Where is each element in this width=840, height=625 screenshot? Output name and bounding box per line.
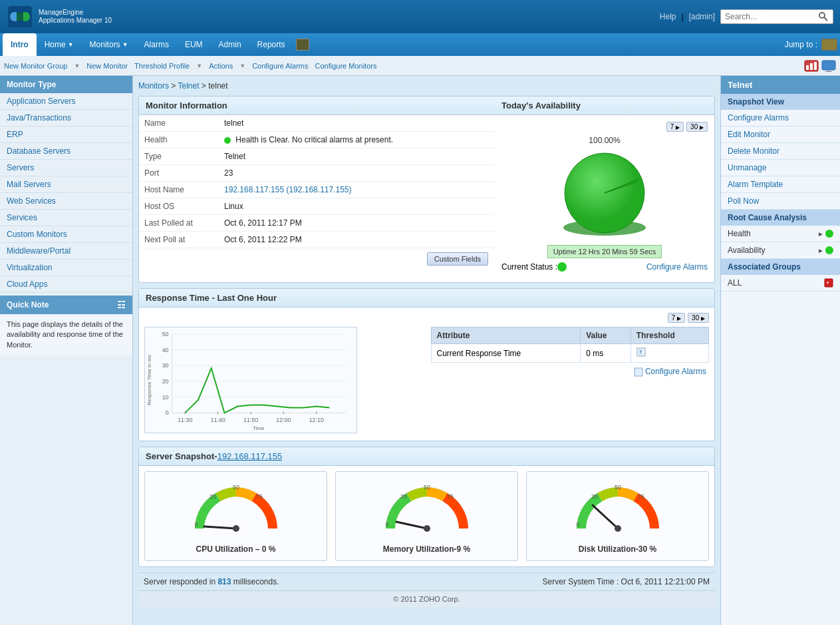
sidebar-item-virtualization[interactable]: Virtualization [0, 260, 132, 276]
svg-text:30: 30 [162, 362, 169, 369]
content-area: Monitors > Telnet > telnet Monitor Infor… [133, 76, 720, 625]
rca-availability-row: Availability ► [721, 242, 840, 259]
svg-point-46 [233, 525, 239, 532]
svg-text:+: + [826, 280, 829, 286]
toolbar-right [804, 60, 836, 72]
nav-admin[interactable]: Admin [211, 33, 249, 56]
sidebar-item-application-servers[interactable]: Application Servers [0, 93, 132, 110]
sidebar-item-database-servers[interactable]: Database Servers [0, 143, 132, 160]
svg-line-5 [824, 17, 827, 21]
right-panel-configure-alarms[interactable]: Configure Alarms [721, 110, 840, 126]
svg-rect-3 [17, 13, 23, 21]
table-row: Type Telnet [139, 148, 495, 165]
cpu-gauge-svg: 0 25 50 75 [190, 479, 283, 538]
right-panel-delete-monitor[interactable]: Delete Monitor [721, 143, 840, 160]
right-panel-poll-now[interactable]: Poll Now [721, 193, 840, 210]
nav-intro[interactable]: Intro [3, 33, 37, 56]
monitor-info-section: Monitor Information Name telnet Health H… [139, 97, 495, 282]
add-group-icon[interactable]: + [824, 278, 833, 288]
quick-note-header: Quick Note ☷ [0, 296, 132, 314]
right-panel-alarm-template[interactable]: Alarm Template [721, 176, 840, 193]
sidebar-item-mail-servers[interactable]: Mail Servers [0, 176, 132, 193]
svg-text:⇑: ⇑ [638, 349, 643, 355]
server-snapshot-ip-link[interactable]: 192.168.117.155 [217, 451, 283, 461]
logo-name: ManageEngine Applications Manager 10 [39, 9, 112, 25]
configure-monitors-btn[interactable]: Configure Monitors [315, 62, 377, 70]
chart-container: 0 10 20 30 40 50 11:30 11:40 11:50 12:00… [144, 327, 709, 435]
breadcrumb-telnet[interactable]: Telnet [178, 81, 199, 91]
response-30-btn[interactable]: 30 ▶ [688, 313, 709, 323]
svg-text:40: 40 [162, 347, 169, 353]
response-7-btn[interactable]: 7 ▶ [668, 313, 685, 323]
toolbar: New Monitor Group ▼ New Monitor Threshol… [0, 56, 840, 76]
attr-name: Current Response Time [431, 344, 581, 363]
pie-chart [558, 148, 651, 241]
table-row: Health Health is Clear. No critical alar… [139, 132, 495, 148]
help-link[interactable]: Help [660, 12, 676, 21]
svg-rect-9 [814, 62, 817, 70]
new-monitor-btn[interactable]: New Monitor [86, 62, 128, 70]
table-row: Host OS Linux [139, 198, 495, 215]
jump-icon[interactable] [821, 39, 837, 51]
nav-eum[interactable]: EUM [177, 33, 211, 56]
right-panel-snapshot-view[interactable]: Snapshot View [721, 94, 840, 110]
sidebar-item-servers[interactable]: Servers [0, 160, 132, 176]
sidebar-item-services[interactable]: Services [0, 210, 132, 226]
right-panel-edit-monitor[interactable]: Edit Monitor [721, 126, 840, 143]
sidebar-item-web-services[interactable]: Web Services [0, 193, 132, 210]
monitor-icon[interactable] [821, 60, 836, 72]
configure-alarms-link2[interactable]: Configure Alarms [645, 367, 706, 376]
svg-text:0: 0 [166, 409, 169, 416]
nav-bar: Intro Home ▼ Monitors ▼ Alarms EUM Admin… [0, 33, 840, 56]
top-header: ManageEngine Applications Manager 10 Hel… [0, 0, 840, 33]
svg-rect-44 [634, 368, 642, 376]
pie-percentage: 100.00% [589, 136, 620, 145]
nav-alarms[interactable]: Alarms [136, 33, 177, 56]
response-footer: Server responded in 813 milliseconds. [144, 577, 279, 586]
associated-groups-all-label: ALL [728, 278, 742, 288]
rca-health-label: Health [728, 229, 751, 238]
current-status-label: Current Status : [501, 262, 557, 272]
quick-note-content: This page displays the details of the av… [0, 314, 132, 355]
rca-health-arrow[interactable]: ► [817, 230, 824, 238]
search-icon[interactable] [818, 11, 829, 22]
actions-btn[interactable]: Actions [209, 62, 233, 70]
rca-availability-dot [825, 246, 833, 254]
search-input[interactable] [725, 12, 818, 21]
sidebar-item-custom-monitors[interactable]: Custom Monitors [0, 226, 132, 243]
right-panel-unmanage[interactable]: Unmanage [721, 160, 840, 176]
custom-fields-btn[interactable]: Custom Fields [427, 252, 488, 266]
admin-link[interactable]: [admin] [689, 12, 715, 21]
threshold-icon: ⇑ [636, 347, 646, 357]
threshold-profile-btn[interactable]: Threshold Profile [134, 62, 190, 70]
svg-text:11:40: 11:40 [211, 417, 225, 423]
nav-monitors[interactable]: Monitors ▼ [82, 33, 136, 56]
nav-home[interactable]: Home ▼ [37, 33, 82, 56]
response-value: 813 [217, 577, 231, 586]
svg-text:12:10: 12:10 [309, 417, 324, 423]
timerange-30-btn[interactable]: 30 ▶ [686, 122, 708, 132]
configure-alarms-btn[interactable]: Configure Alarms [252, 62, 308, 70]
response-time-title: Response Time - Last One Hour [139, 289, 714, 308]
breadcrumb-monitors[interactable]: Monitors [138, 81, 169, 91]
nav-reports[interactable]: Reports [249, 33, 293, 56]
chart-icon[interactable] [804, 60, 819, 72]
pie-container: 100.00% [501, 136, 708, 258]
rca-availability-arrow[interactable]: ► [817, 247, 824, 254]
table-row: Port 23 [139, 165, 495, 182]
svg-text:0: 0 [385, 521, 388, 528]
sidebar-item-cloud-apps[interactable]: Cloud Apps [0, 276, 132, 293]
attr-section: Attribute Value Threshold Current Respon… [431, 327, 710, 381]
sidebar-item-middleware-portal[interactable]: Middleware/Portal [0, 243, 132, 260]
chart-area: 0 10 20 30 40 50 11:30 11:40 11:50 12:00… [144, 327, 423, 435]
sidebar-item-java-transactions[interactable]: Java/Transactions [0, 110, 132, 126]
svg-point-58 [615, 525, 621, 532]
timerange-7-btn[interactable]: 7 ▶ [666, 122, 684, 132]
hostname-link[interactable]: 192.168.117.155 (192.168.117.155) [224, 185, 352, 194]
custom-fields-area: Custom Fields [139, 248, 495, 270]
new-monitor-group-btn[interactable]: New Monitor Group [4, 62, 67, 70]
memory-gauge-svg: 0 25 50 75 [380, 479, 474, 538]
sidebar-item-erp[interactable]: ERP [0, 126, 132, 143]
svg-text:75: 75 [446, 493, 453, 500]
configure-alarms-link[interactable]: Configure Alarms [646, 262, 708, 272]
